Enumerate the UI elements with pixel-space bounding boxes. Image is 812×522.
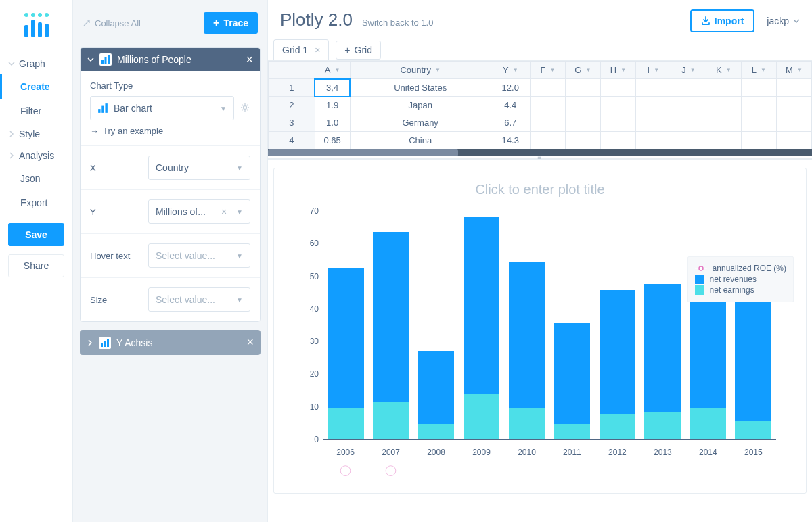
row-number[interactable]: 3 xyxy=(269,114,315,132)
nav-analysis[interactable]: Analysis xyxy=(0,145,72,166)
cell[interactable] xyxy=(565,114,600,132)
trace-panel-2[interactable]: Y Achsis × xyxy=(80,330,261,355)
cell[interactable] xyxy=(600,132,635,149)
nav-create[interactable]: Create xyxy=(0,74,72,99)
cell[interactable] xyxy=(635,79,671,97)
bar[interactable] xyxy=(464,211,500,439)
cell[interactable] xyxy=(776,97,811,114)
cell[interactable] xyxy=(565,79,600,97)
row-number[interactable]: 4 xyxy=(269,132,315,149)
switch-version-link[interactable]: Switch back to 1.0 xyxy=(362,18,434,28)
bar[interactable] xyxy=(509,211,545,439)
share-button[interactable]: Share xyxy=(8,254,64,277)
close-icon[interactable]: × xyxy=(246,335,254,350)
table-row[interactable]: 40.65China14.3 xyxy=(269,132,812,149)
cell[interactable]: Germany xyxy=(350,114,491,132)
cell[interactable] xyxy=(706,79,741,97)
bar[interactable] xyxy=(373,211,409,439)
cell[interactable] xyxy=(776,132,811,149)
splitter-handle[interactable]: ≡ xyxy=(268,158,812,160)
cell[interactable]: Japan xyxy=(350,97,491,114)
cell[interactable] xyxy=(706,114,741,132)
trace-header[interactable]: Millions of People × xyxy=(81,48,260,71)
cell[interactable] xyxy=(741,97,776,114)
column-header[interactable]: I▼ xyxy=(635,62,671,79)
cell[interactable] xyxy=(671,79,706,97)
cell[interactable]: 1.0 xyxy=(315,114,350,132)
gear-icon[interactable] xyxy=(240,102,250,115)
nav-style[interactable]: Style xyxy=(0,123,72,145)
cell[interactable]: 1.9 xyxy=(315,97,350,114)
column-header[interactable]: H▼ xyxy=(600,62,635,79)
import-button[interactable]: Import xyxy=(690,9,755,32)
cell[interactable] xyxy=(530,132,565,149)
cell[interactable] xyxy=(706,132,741,149)
nav-json[interactable]: Json xyxy=(0,166,72,191)
cell[interactable] xyxy=(530,97,565,114)
hover-text-select[interactable]: Select value... ▼ xyxy=(148,243,250,268)
cell[interactable] xyxy=(741,132,776,149)
bar[interactable] xyxy=(328,211,364,439)
cell[interactable] xyxy=(741,79,776,97)
chart-legend[interactable]: annualized ROE (%) net revenues net earn… xyxy=(687,256,794,302)
cell[interactable]: 0.65 xyxy=(315,132,350,149)
column-header[interactable]: Y▼ xyxy=(491,62,530,79)
try-example-link[interactable]: → Try an example xyxy=(90,126,250,136)
close-icon[interactable]: × xyxy=(315,45,320,55)
nav-export[interactable]: Export xyxy=(0,191,72,215)
cell[interactable]: United States xyxy=(350,79,491,97)
column-header[interactable]: Country▼ xyxy=(350,62,491,79)
cell[interactable]: 12.0 xyxy=(491,79,530,97)
size-select[interactable]: Select value... ▼ xyxy=(148,287,250,312)
nav-filter[interactable]: Filter xyxy=(0,99,72,123)
cell[interactable] xyxy=(671,114,706,132)
cell[interactable]: 14.3 xyxy=(491,132,530,149)
cell[interactable]: 6.7 xyxy=(491,114,530,132)
x-axis-select[interactable]: Country ▼ xyxy=(148,156,250,180)
table-row[interactable]: 13,4United States12.0 xyxy=(269,79,812,97)
user-menu[interactable]: jackp xyxy=(767,16,800,26)
chart-type-select[interactable]: Bar chart ▼ xyxy=(90,96,234,120)
row-number[interactable]: 2 xyxy=(269,97,315,114)
bar[interactable] xyxy=(735,211,771,439)
bar[interactable] xyxy=(690,211,726,439)
tab-grid-1[interactable]: Grid 1 × xyxy=(273,39,329,60)
bar[interactable] xyxy=(644,211,681,439)
cell[interactable] xyxy=(530,79,565,97)
corner-cell[interactable] xyxy=(269,62,315,79)
cell[interactable] xyxy=(530,114,565,132)
bar[interactable] xyxy=(418,211,455,439)
data-grid[interactable]: A▼Country▼Y▼F▼G▼H▼I▼J▼K▼L▼M▼ 13,4United … xyxy=(268,61,812,149)
nav-graph[interactable]: Graph xyxy=(0,53,72,74)
cell[interactable] xyxy=(635,114,671,132)
clear-icon[interactable]: × xyxy=(221,206,227,217)
column-header[interactable]: G▼ xyxy=(565,62,600,79)
table-row[interactable]: 31.0Germany6.7 xyxy=(269,114,812,132)
column-header[interactable]: F▼ xyxy=(530,62,565,79)
add-trace-button[interactable]: + Trace xyxy=(204,12,258,34)
legend-item-earnings[interactable]: net earnings xyxy=(695,285,786,295)
column-header[interactable]: M▼ xyxy=(776,62,811,79)
column-header[interactable]: A▼ xyxy=(315,62,350,79)
cell[interactable] xyxy=(565,132,600,149)
chart-canvas[interactable]: Click to enter plot title 70605040302010… xyxy=(273,168,807,494)
cell[interactable] xyxy=(741,114,776,132)
table-row[interactable]: 21.9Japan4.4 xyxy=(269,97,812,114)
legend-item-roe[interactable]: annualized ROE (%) xyxy=(695,264,786,273)
add-grid-button[interactable]: + Grid xyxy=(336,41,381,60)
bar[interactable] xyxy=(600,211,636,439)
cell[interactable] xyxy=(635,132,671,149)
y-axis-select[interactable]: Millions of... × ▼ xyxy=(148,199,250,224)
cell[interactable] xyxy=(776,114,811,132)
legend-item-revenues[interactable]: net revenues xyxy=(695,275,786,284)
cell[interactable] xyxy=(635,97,671,114)
cell[interactable]: China xyxy=(350,132,491,149)
close-icon[interactable]: × xyxy=(246,53,253,66)
column-header[interactable]: J▼ xyxy=(671,62,706,79)
cell[interactable] xyxy=(600,97,635,114)
cell[interactable]: 3,4 xyxy=(315,79,350,97)
column-header[interactable]: K▼ xyxy=(706,62,741,79)
cell[interactable]: 4.4 xyxy=(491,97,530,114)
cell[interactable] xyxy=(671,97,706,114)
collapse-all-button[interactable]: Collapse All xyxy=(83,18,141,28)
